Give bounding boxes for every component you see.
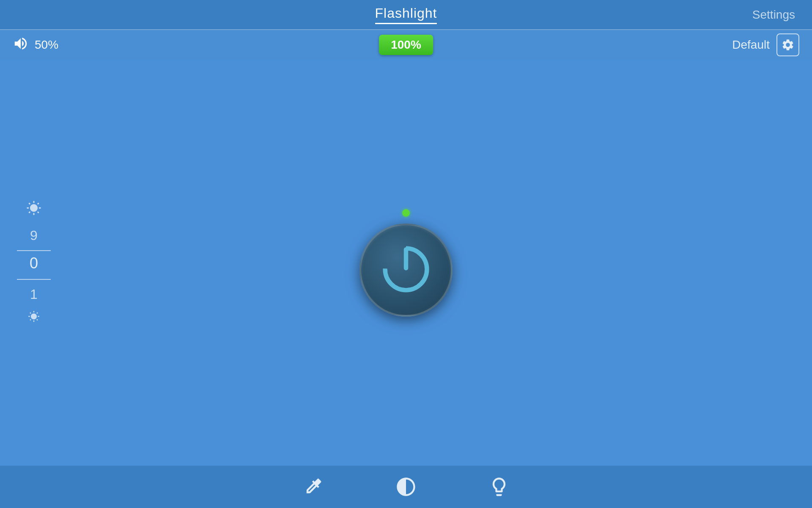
tab-bulb[interactable]: [486, 474, 512, 500]
status-dot: [402, 209, 410, 217]
brightness-value-mid: 0: [30, 254, 38, 272]
brightness-sun-bottom-icon: [28, 311, 40, 325]
brightness-value-top: 9: [30, 228, 38, 243]
volume-icon: [13, 36, 29, 55]
brightness-value-bottom: 1: [30, 287, 38, 302]
tab-contrast[interactable]: [393, 474, 419, 500]
power-button-wrapper: [359, 209, 453, 317]
tab-eyedropper[interactable]: [300, 474, 326, 500]
top-nav: Flashlight Settings: [0, 0, 812, 30]
brightness-divider-bottom: [17, 279, 51, 280]
brightness-controls: 9 0 1: [17, 201, 51, 325]
power-icon: [379, 242, 433, 298]
gear-button[interactable]: [776, 33, 799, 56]
volume-percent: 50%: [35, 38, 58, 52]
default-section: Default: [732, 33, 799, 56]
settings-button[interactable]: Settings: [752, 8, 795, 22]
brightness-divider-top: [17, 250, 51, 251]
volume-section: 50%: [13, 36, 58, 55]
bottom-tab-bar: [0, 466, 812, 508]
page-title: Flashlight: [375, 6, 437, 24]
default-label: Default: [732, 38, 770, 52]
power-button[interactable]: [359, 224, 453, 317]
sub-bar: 50% 100% Default: [0, 30, 812, 60]
main-content: 9 0 1: [0, 60, 812, 466]
brightness-sun-top-icon: [26, 201, 41, 219]
battery-badge: 100%: [379, 35, 433, 55]
app-container: Flashlight Settings 50% 100% Default: [0, 0, 812, 508]
